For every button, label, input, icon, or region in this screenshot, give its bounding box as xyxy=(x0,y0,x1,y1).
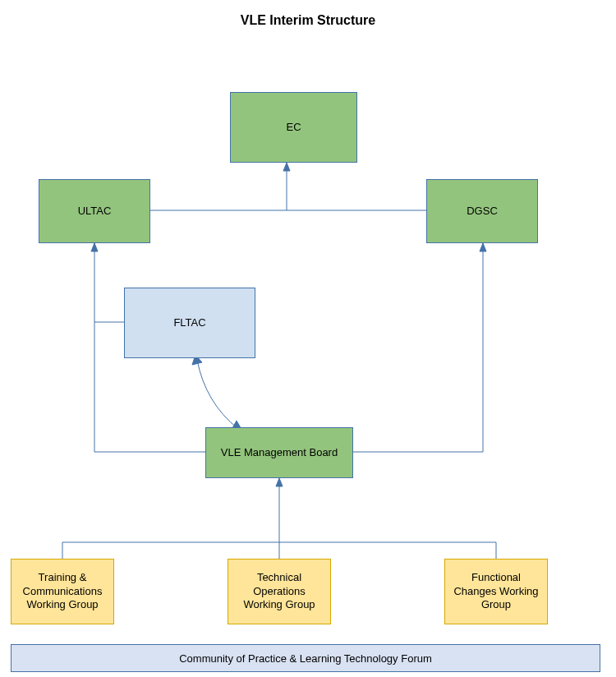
node-wg-func-label: Functional Changes Working Group xyxy=(450,571,542,613)
svg-marker-16 xyxy=(276,478,283,486)
node-ec: EC xyxy=(230,92,357,163)
node-fltac: FLTAC xyxy=(124,288,255,358)
diagram-title: VLE Interim Structure xyxy=(0,13,616,28)
node-training-communications-wg: Training & Communications Working Group xyxy=(11,559,114,624)
node-ec-label: EC xyxy=(286,121,301,135)
svg-marker-2 xyxy=(283,163,290,171)
node-wg-training-label: Training & Communications Working Group xyxy=(16,571,108,613)
svg-marker-7 xyxy=(480,243,486,251)
node-ultac-label: ULTAC xyxy=(78,205,112,219)
node-fltac-label: FLTAC xyxy=(173,316,205,330)
node-technical-operations-wg: Technical Operations Working Group xyxy=(228,559,331,624)
svg-marker-8 xyxy=(91,243,98,251)
node-community-forum: Community of Practice & Learning Technol… xyxy=(11,644,600,672)
node-functional-changes-wg: Functional Changes Working Group xyxy=(444,559,548,624)
node-ultac: ULTAC xyxy=(39,179,150,243)
node-dgsc-label: DGSC xyxy=(467,205,498,219)
node-wg-tech-label: Technical Operations Working Group xyxy=(233,571,325,613)
node-footer-label: Community of Practice & Learning Technol… xyxy=(179,652,432,665)
node-dgsc: DGSC xyxy=(426,179,538,243)
node-vle-management-board: VLE Management Board xyxy=(205,427,353,478)
node-vle-mgmt-label: VLE Management Board xyxy=(221,446,338,460)
